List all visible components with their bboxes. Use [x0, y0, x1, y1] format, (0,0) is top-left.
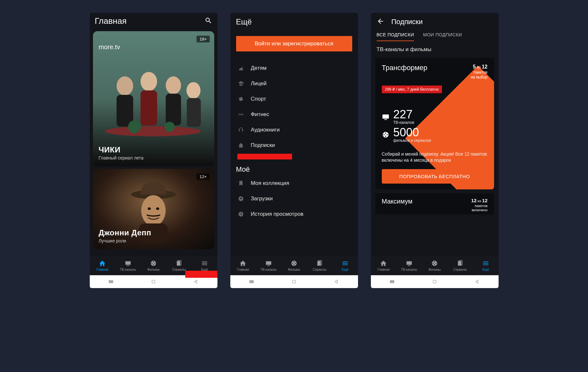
nav-tv[interactable]: ТВ-каналы [115, 256, 141, 275]
try-free-button[interactable]: ПОПРОБОВАТЬ БЕСПЛАТНО [382, 169, 488, 184]
nav-movies[interactable]: Фильмы [141, 256, 166, 275]
screen-subscriptions: Подписки ВСЕ ПОДПИСКИ МОИ ПОДПИСКИ ТВ-ка… [371, 13, 499, 288]
search-icon[interactable] [205, 17, 212, 26]
stat-movies: 5000фильмов и сериалов [382, 127, 488, 143]
page-title: Подписки [391, 18, 423, 26]
back-icon[interactable] [377, 17, 384, 26]
svg-point-58 [436, 263, 436, 264]
section-mine: Моё [230, 162, 358, 176]
svg-point-53 [385, 136, 386, 137]
tabs: ВСЕ ПОДПИСКИ МОИ ПОДПИСКИ [371, 29, 499, 41]
featured-card-2[interactable]: 12+ Джонни Депп Лучшие роли [93, 169, 214, 249]
svg-point-20 [153, 264, 154, 265]
svg-rect-27 [109, 280, 113, 281]
plan-description: Собирай и меняй подписку. Акция! Все 12 … [382, 151, 488, 163]
card-title: Джонни Депп [99, 228, 152, 237]
menu-audiobooks[interactable]: Аудиокниги [230, 122, 358, 138]
svg-point-51 [385, 132, 386, 134]
subs-header: Подписки [371, 13, 499, 29]
svg-rect-28 [109, 281, 113, 282]
svg-rect-45 [250, 281, 253, 282]
svg-point-8 [105, 126, 201, 136]
svg-point-6 [186, 82, 200, 99]
svg-rect-44 [250, 280, 253, 281]
nav-series[interactable]: Сериалы [307, 256, 332, 275]
nav-tv[interactable]: ТВ-каналы [256, 256, 281, 275]
tab-all[interactable]: ВСЕ ПОДПИСКИ [377, 32, 414, 41]
svg-point-21 [152, 263, 152, 264]
bottom-nav: Главная ТВ-каналы Фильмы Сериалы Ещё [230, 256, 358, 275]
svg-point-10 [164, 122, 175, 132]
nav-movies[interactable]: Фильмы [281, 256, 307, 275]
svg-rect-29 [109, 282, 113, 283]
screen-more: Ещё Войти или зарегистрироваться Детям Л… [230, 13, 358, 288]
svg-point-4 [166, 77, 181, 95]
svg-point-9 [128, 120, 141, 133]
reel-icon [382, 131, 390, 139]
nav-more[interactable]: Ещё [332, 256, 358, 275]
svg-point-52 [387, 134, 388, 135]
menu-downloads[interactable]: Загрузки [230, 191, 358, 206]
stat-channels: 227ТВ-каналов [382, 109, 488, 125]
svg-rect-25 [202, 263, 207, 264]
svg-rect-41 [343, 262, 348, 262]
svg-rect-30 [152, 280, 155, 283]
nav-home[interactable]: Главная [230, 256, 256, 275]
nav-home[interactable]: Главная [90, 256, 115, 275]
download-icon [237, 195, 244, 202]
redaction [237, 154, 292, 159]
plan-card-maximum[interactable]: Максимум 12 из 12 пакетоввключено [375, 193, 494, 214]
svg-rect-43 [343, 265, 348, 265]
page-title: Главная [95, 16, 127, 26]
bookmark-icon [237, 180, 244, 186]
svg-point-59 [434, 264, 435, 265]
svg-rect-63 [483, 262, 489, 262]
svg-rect-26 [202, 265, 207, 265]
dumbbell-icon [237, 111, 244, 118]
nav-movies[interactable]: Фильмы [422, 256, 447, 275]
nav-tv[interactable]: ТВ-каналы [396, 256, 422, 275]
svg-point-57 [434, 261, 435, 262]
svg-point-15 [156, 207, 159, 210]
plan-count: 5 из 12 пакетовна выбор [471, 64, 488, 80]
svg-rect-7 [187, 98, 201, 127]
ticket-icon [237, 96, 244, 102]
tab-mine[interactable]: МОИ ПОДПИСКИ [423, 32, 462, 41]
redaction [185, 271, 217, 278]
svg-point-14 [148, 207, 151, 210]
age-badge: 18+ [197, 36, 209, 42]
svg-rect-5 [166, 94, 181, 125]
svg-rect-66 [390, 280, 394, 281]
menu-kids[interactable]: Детям [230, 60, 358, 76]
svg-rect-65 [483, 265, 489, 265]
menu-subscriptions[interactable]: Подписки [230, 138, 358, 153]
svg-point-54 [383, 134, 385, 135]
card-caption: ЧИКИ Главный сериал лета [99, 145, 143, 160]
featured-card-1[interactable]: more.tv 18+ ЧИКИ Главный сериал лета [93, 31, 214, 166]
price-badge: 299 ₽ / мес, 7 дней бесплатно [382, 86, 442, 93]
plan-name: Максимум [382, 198, 413, 205]
menu-fitness[interactable]: Фитнес [230, 107, 358, 122]
svg-point-0 [116, 77, 133, 96]
menu-collection[interactable]: Моя коллекция [230, 176, 358, 191]
headphones-icon [237, 127, 244, 133]
login-button[interactable]: Войти или зарегистрироваться [236, 36, 352, 51]
card-caption: Джонни Депп Лучшие роли [99, 228, 152, 243]
nav-series[interactable]: Сериалы [447, 256, 473, 275]
card-title: ЧИКИ [99, 145, 143, 154]
card-subtitle: Главный сериал лета [99, 155, 143, 160]
menu-lyceum[interactable]: Лицей [230, 76, 358, 91]
nav-home[interactable]: Главная [371, 256, 396, 275]
poster-art [93, 57, 214, 141]
nav-more[interactable]: Ещё [473, 256, 498, 275]
svg-point-18 [153, 261, 154, 262]
plan-card-transformer[interactable]: Трансформер 5 из 12 пакетовна выбор 299 … [375, 58, 494, 189]
menu-sport[interactable]: Спорт [230, 91, 358, 107]
svg-point-19 [154, 263, 155, 264]
android-nav-bar [230, 275, 358, 288]
menu-history[interactable]: История просмотров [230, 206, 358, 222]
brand-label: more.tv [99, 43, 120, 51]
svg-point-38 [292, 263, 293, 264]
svg-rect-42 [343, 263, 348, 264]
svg-rect-64 [483, 263, 489, 264]
